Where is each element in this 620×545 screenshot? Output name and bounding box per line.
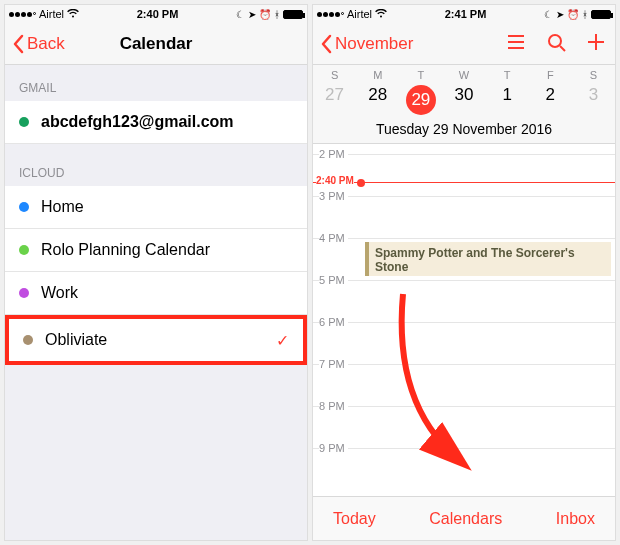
day-cell-today[interactable]: 29 bbox=[399, 85, 442, 115]
location-icon: ➤ bbox=[248, 9, 256, 20]
battery-icon bbox=[591, 10, 611, 19]
clock: 2:41 PM bbox=[445, 8, 487, 20]
section-header-gmail: GMAIL bbox=[5, 65, 307, 101]
page-title: Calendar bbox=[120, 34, 193, 54]
bluetooth-icon: ᚼ bbox=[582, 9, 588, 20]
current-time-indicator: 2:40 PM bbox=[313, 182, 615, 183]
hour-label: 8 PM bbox=[319, 400, 348, 412]
search-icon[interactable] bbox=[545, 31, 567, 56]
list-view-icon[interactable] bbox=[505, 31, 527, 56]
hour-label: 7 PM bbox=[319, 358, 348, 370]
svg-line-4 bbox=[560, 46, 565, 51]
color-bullet bbox=[19, 245, 29, 255]
week-header: S M T W T F S 27 28 29 30 1 2 3 Tuesday … bbox=[313, 65, 615, 144]
weekday-label: T bbox=[399, 69, 442, 81]
day-cell[interactable]: 1 bbox=[486, 85, 529, 115]
weekday-label: T bbox=[486, 69, 529, 81]
calendar-label: Obliviate bbox=[45, 331, 107, 349]
color-bullet bbox=[19, 288, 29, 298]
bluetooth-icon: ᚼ bbox=[274, 9, 280, 20]
calendar-event[interactable]: Spammy Potter and The Sorcerer's Stone bbox=[365, 242, 611, 276]
calendar-selection-screen: Airtel 2:40 PM ☾ ➤ ⏰ ᚼ Back Calendar GMA… bbox=[4, 4, 308, 541]
calendar-label: Work bbox=[41, 284, 78, 302]
inbox-button[interactable]: Inbox bbox=[556, 510, 595, 528]
hour-label: 5 PM bbox=[319, 274, 348, 286]
day-cell[interactable]: 2 bbox=[529, 85, 572, 115]
full-date-label: Tuesday 29 November 2016 bbox=[313, 121, 615, 137]
clock: 2:40 PM bbox=[137, 8, 179, 20]
section-header-icloud: ICLOUD bbox=[5, 144, 307, 186]
weekday-label: S bbox=[572, 69, 615, 81]
weekday-label: M bbox=[356, 69, 399, 81]
carrier-label: Airtel bbox=[39, 8, 64, 20]
calendar-row-obliviate[interactable]: Obliviate ✓ bbox=[5, 315, 307, 365]
annotation-arrow bbox=[383, 284, 503, 474]
day-timeline[interactable]: 2 PM 2:40 PM 3 PM 4 PM Spammy Potter and… bbox=[313, 144, 615, 484]
battery-icon bbox=[283, 10, 303, 19]
alarm-icon: ⏰ bbox=[567, 9, 579, 20]
calendar-label: Home bbox=[41, 198, 84, 216]
weekday-label: S bbox=[313, 69, 356, 81]
moon-icon: ☾ bbox=[544, 9, 553, 20]
status-bar: Airtel 2:40 PM ☾ ➤ ⏰ ᚼ bbox=[5, 5, 307, 23]
color-bullet bbox=[23, 335, 33, 345]
calendar-day-screen: Airtel 2:41 PM ☾ ➤ ⏰ ᚼ November S M bbox=[312, 4, 616, 541]
calendars-button[interactable]: Calendars bbox=[429, 510, 502, 528]
location-icon: ➤ bbox=[556, 9, 564, 20]
back-button[interactable]: Back bbox=[11, 34, 65, 54]
hour-label: 9 PM bbox=[319, 442, 348, 454]
moon-icon: ☾ bbox=[236, 9, 245, 20]
bottom-toolbar: Today Calendars Inbox bbox=[313, 496, 615, 540]
hour-label: 6 PM bbox=[319, 316, 348, 328]
add-icon[interactable] bbox=[585, 31, 607, 56]
back-to-month-button[interactable]: November bbox=[319, 34, 413, 54]
event-title: Spammy Potter and The Sorcerer's Stone bbox=[375, 246, 575, 274]
day-cell[interactable]: 28 bbox=[356, 85, 399, 115]
calendar-row-work[interactable]: Work bbox=[5, 272, 307, 315]
wifi-icon bbox=[67, 9, 79, 20]
svg-point-3 bbox=[549, 35, 561, 47]
alarm-icon: ⏰ bbox=[259, 9, 271, 20]
checkmark-icon: ✓ bbox=[276, 331, 289, 350]
today-button[interactable]: Today bbox=[333, 510, 376, 528]
day-cell[interactable]: 27 bbox=[313, 85, 356, 115]
back-label: Back bbox=[27, 34, 65, 54]
weekday-label: W bbox=[442, 69, 485, 81]
color-bullet bbox=[19, 202, 29, 212]
color-bullet bbox=[19, 117, 29, 127]
nav-bar: November bbox=[313, 23, 615, 65]
hour-label: 2 PM bbox=[319, 148, 348, 160]
carrier-label: Airtel bbox=[347, 8, 372, 20]
nav-bar: Back Calendar bbox=[5, 23, 307, 65]
day-cell[interactable]: 30 bbox=[442, 85, 485, 115]
hour-label: 4 PM bbox=[319, 232, 348, 244]
day-cell[interactable]: 3 bbox=[572, 85, 615, 115]
wifi-icon bbox=[375, 9, 387, 20]
calendar-label: abcdefgh123@gmail.com bbox=[41, 113, 234, 131]
status-bar: Airtel 2:41 PM ☾ ➤ ⏰ ᚼ bbox=[313, 5, 615, 23]
hour-label: 3 PM bbox=[319, 190, 348, 202]
calendar-label: Rolo Planning Calendar bbox=[41, 241, 210, 259]
calendar-row-gmail[interactable]: abcdefgh123@gmail.com bbox=[5, 101, 307, 144]
weekday-label: F bbox=[529, 69, 572, 81]
calendar-row-home[interactable]: Home bbox=[5, 186, 307, 229]
month-label: November bbox=[335, 34, 413, 54]
calendar-row-rolo[interactable]: Rolo Planning Calendar bbox=[5, 229, 307, 272]
